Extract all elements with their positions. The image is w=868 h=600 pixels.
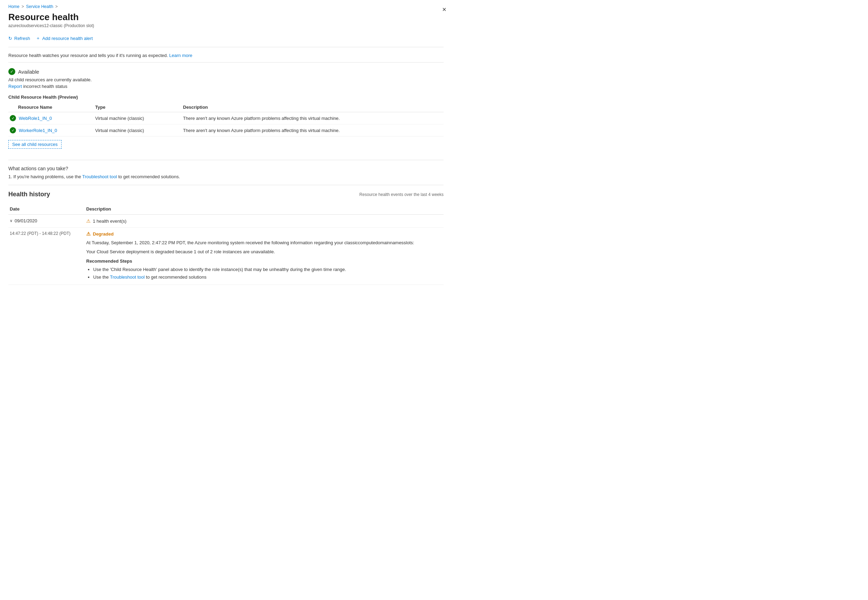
degraded-label: Degraded: [93, 231, 114, 236]
event-summary-text: 1 health event(s): [93, 218, 126, 224]
history-col-description: Description: [85, 204, 443, 215]
resource-name-link[interactable]: WorkerRole1_IN_0: [19, 128, 57, 133]
breadcrumb-service-health[interactable]: Service Health: [26, 4, 53, 9]
table-row: ✓ WebRole1_IN_0 Virtual machine (classic…: [8, 112, 443, 124]
resource-table: Resource Name Type Description ✓ WebRole…: [8, 103, 443, 136]
page-title: Resource health: [8, 12, 443, 23]
health-history-section: Health history Resource health events ov…: [8, 191, 443, 285]
recommended-steps-list: Use the 'Child Resource Health' panel ab…: [86, 266, 439, 281]
date-cell: ∨ 09/01/2020: [8, 215, 85, 227]
report-link[interactable]: Report: [8, 84, 22, 89]
breadcrumb: Home > Service Health >: [8, 4, 443, 9]
degraded-desc-line1: At Tuesday, September 1, 2020, 2:47:22 P…: [86, 239, 439, 246]
refresh-label: Refresh: [14, 36, 30, 41]
refresh-icon: ↻: [8, 36, 12, 41]
degraded-title: ⚠ Degraded: [86, 231, 439, 236]
toolbar: ↻ Refresh ＋ Add resource health alert: [8, 34, 443, 47]
list-item: Use the Troubleshoot tool to get recomme…: [93, 273, 439, 281]
chevron-down-icon: ∨: [10, 218, 12, 223]
breadcrumb-home[interactable]: Home: [8, 4, 20, 9]
actions-item-end: to get recommended solutions.: [118, 174, 180, 179]
resource-name-cell: ✓ WorkerRole1_IN_0: [8, 124, 94, 136]
row-status-icon: ✓: [10, 127, 16, 133]
info-bar: Resource health watches your resource an…: [8, 53, 443, 62]
troubleshoot-tool-link[interactable]: Troubleshoot tool: [82, 174, 117, 179]
learn-more-link[interactable]: Learn more: [169, 53, 192, 58]
add-alert-button[interactable]: ＋ Add resource health alert: [36, 34, 99, 43]
add-alert-label: Add resource health alert: [42, 36, 93, 41]
resource-desc-cell: There aren't any known Azure platform pr…: [182, 124, 444, 136]
child-resource-section: Child Resource Health (Preview) Resource…: [8, 94, 443, 154]
breadcrumb-sep-1: >: [21, 4, 24, 9]
col-header-description: Description: [182, 103, 444, 112]
warning-icon-degraded: ⚠: [86, 231, 91, 236]
date-value: 09/01/2020: [15, 218, 37, 223]
status-available-icon: ✓: [8, 68, 15, 75]
child-resource-title: Child Resource Health (Preview): [8, 94, 443, 100]
status-label: Available: [18, 69, 39, 75]
resource-desc-cell: There aren't any known Azure platform pr…: [182, 112, 444, 124]
degraded-desc-line2: Your Cloud Service deployment is degrade…: [86, 248, 439, 255]
resource-name-cell: ✓ WebRole1_IN_0: [8, 112, 94, 124]
table-row: ✓ WorkerRole1_IN_0 Virtual machine (clas…: [8, 124, 443, 136]
col-header-type: Type: [94, 103, 182, 112]
refresh-button[interactable]: ↻ Refresh: [8, 34, 36, 42]
troubleshoot-tool-link-2[interactable]: Troubleshoot tool: [110, 274, 145, 280]
event-summary-cell: ⚠ 1 health event(s): [85, 215, 443, 227]
status-section: ✓ Available All child resources are curr…: [8, 68, 443, 89]
resource-type-cell: Virtual machine (classic): [94, 124, 182, 136]
recommended-steps-title: Recommended Steps: [86, 259, 439, 264]
list-item: Use the 'Child Resource Health' panel ab…: [93, 266, 439, 273]
col-header-name: Resource Name: [8, 103, 94, 112]
history-table: Date Description ∨ 09/01/2020 ⚠: [8, 204, 443, 285]
close-button[interactable]: ×: [441, 4, 448, 15]
row-status-icon: ✓: [10, 115, 16, 121]
info-text: Resource health watches your resource an…: [8, 53, 168, 58]
status-description: All child resources are currently availa…: [8, 77, 443, 82]
bullet-2-suffix: to get recommended solutions: [146, 274, 206, 280]
separator-1: [8, 160, 443, 160]
bullet-2-prefix: Use the: [93, 274, 109, 280]
degraded-detail-cell: ⚠ Degraded At Tuesday, September 1, 2020…: [85, 227, 443, 285]
report-text: incorrect health status: [23, 84, 67, 89]
warning-icon: ⚠: [86, 218, 91, 224]
actions-title: What actions can you take?: [8, 166, 443, 171]
history-col-date: Date: [8, 204, 85, 215]
separator-2: [8, 185, 443, 185]
health-history-header: Health history Resource health events ov…: [8, 191, 443, 198]
resource-type-cell: Virtual machine (classic): [94, 112, 182, 124]
table-row: ∨ 09/01/2020 ⚠ 1 health event(s): [8, 215, 443, 227]
resource-table-header-row: Resource Name Type Description: [8, 103, 443, 112]
history-table-header-row: Date Description: [8, 204, 443, 215]
add-icon: ＋: [36, 35, 40, 41]
health-history-subtitle: Resource health events over the last 4 w…: [360, 192, 443, 197]
see-all-child-resources-button[interactable]: See all child resources: [8, 140, 62, 149]
actions-section: What actions can you take? 1. If you're …: [8, 166, 443, 179]
actions-item-text: 1. If you're having problems, use the: [8, 174, 81, 179]
bullet-1-text: Use the 'Child Resource Health' panel ab…: [93, 267, 346, 272]
resource-name-link[interactable]: WebRole1_IN_0: [19, 116, 52, 121]
breadcrumb-sep-2: >: [55, 4, 58, 9]
table-row: 14:47:22 (PDT) - 14:48:22 (PDT) ⚠ Degrad…: [8, 227, 443, 285]
report-link-container: Report incorrect health status: [8, 84, 443, 89]
actions-item-1: 1. If you're having problems, use the Tr…: [8, 174, 443, 179]
page-subtitle: azurecloudservices12-classic (Production…: [8, 23, 443, 28]
page-container: × Home > Service Health > Resource healt…: [0, 0, 452, 299]
health-history-title: Health history: [8, 191, 50, 198]
time-range-cell: 14:47:22 (PDT) - 14:48:22 (PDT): [8, 227, 85, 285]
status-available: ✓ Available: [8, 68, 443, 75]
